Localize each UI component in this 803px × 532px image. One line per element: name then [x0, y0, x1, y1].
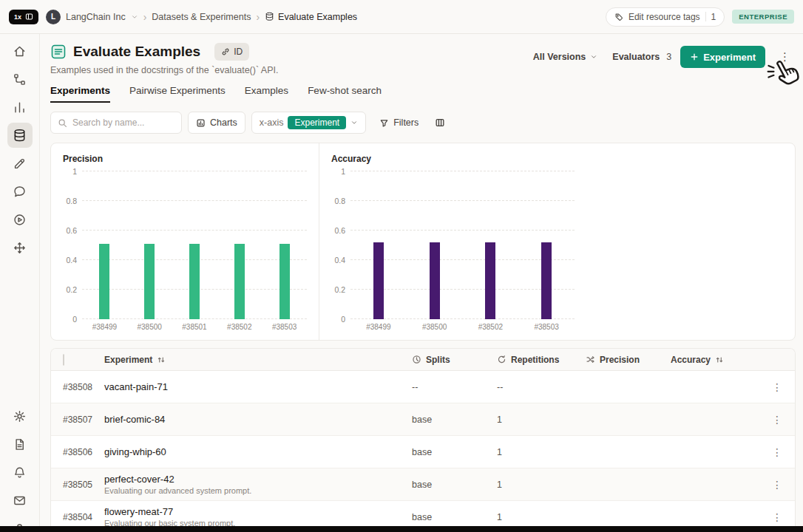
- chart-bar[interactable]: [189, 244, 200, 319]
- select-all-checkbox[interactable]: [63, 354, 64, 366]
- row-kebab-menu[interactable]: ⋮: [759, 479, 795, 491]
- x-tick-label: #38500: [127, 323, 172, 331]
- tab-few-shot-search[interactable]: Few-shot search: [308, 85, 382, 103]
- sidebar-item-chat[interactable]: [7, 179, 33, 204]
- chart-bar[interactable]: [144, 244, 155, 319]
- chart-bar[interactable]: [541, 242, 552, 319]
- table-row[interactable]: #38505perfect-cover-42Evaluating our adv…: [51, 468, 795, 501]
- annotation-icon: [13, 157, 27, 171]
- column-header-precision[interactable]: Precision: [586, 355, 671, 365]
- breadcrumb-datasets[interactable]: Datasets & Experiments: [152, 12, 251, 22]
- repetitions-cell: 1: [497, 415, 586, 425]
- header-kebab-menu[interactable]: ⋮: [774, 49, 796, 65]
- id-chip[interactable]: ID: [214, 43, 249, 61]
- experiment-id: #38504: [51, 512, 104, 522]
- sidebar-item-annotation[interactable]: [7, 151, 33, 176]
- charts-button[interactable]: Charts: [188, 112, 245, 134]
- x-tick-label: #38501: [172, 323, 217, 331]
- repetitions-icon: [497, 355, 506, 364]
- y-axis: 00.20.40.60.81: [331, 171, 350, 319]
- screen: 1x L LangChain Inc › Datasets & Experime…: [0, 0, 803, 532]
- splits-cell: base: [412, 512, 497, 522]
- table-row[interactable]: #38508vacant-pain-71----⋮: [51, 371, 795, 403]
- repetitions-cell: --: [497, 382, 586, 392]
- sort-icon: [715, 355, 724, 364]
- filters-button[interactable]: Filters: [372, 112, 426, 134]
- chart-bar[interactable]: [279, 244, 290, 319]
- x-tick-label: #38499: [82, 323, 127, 331]
- sidebar-bottom: [7, 403, 33, 532]
- chart-title: Precision: [63, 154, 307, 164]
- x-tick-label: #38503: [262, 323, 307, 331]
- sidebar-item-playground[interactable]: [7, 207, 33, 232]
- table-row[interactable]: #38507brief-comic-84base1⋮: [51, 403, 795, 436]
- x-tick-label: #38503: [518, 323, 575, 331]
- columns-button[interactable]: [432, 117, 448, 128]
- breadcrumb-current: Evaluate Examples: [265, 12, 357, 22]
- recorder-pill: 1x: [9, 10, 38, 24]
- toolbar: Charts x-axis Experiment Filters: [50, 112, 796, 134]
- row-kebab-menu[interactable]: ⋮: [759, 381, 795, 393]
- x-axis: #38499#38500#38502#38503: [350, 323, 575, 331]
- plus-icon: [690, 52, 699, 61]
- sidebar-item-tracing[interactable]: [7, 66, 33, 92]
- column-header-repetitions[interactable]: Repetitions: [497, 355, 586, 365]
- sidebar-item-docs[interactable]: [7, 432, 33, 457]
- edit-resource-tags-button[interactable]: Edit resource tags 1: [606, 7, 725, 27]
- sidebar-item-notifications[interactable]: [7, 460, 33, 485]
- evaluators-button[interactable]: Evaluators 3: [612, 52, 671, 62]
- new-experiment-button[interactable]: Experiment: [680, 46, 765, 68]
- topbar: 1x L LangChain Inc › Datasets & Experime…: [0, 0, 803, 34]
- bottom-bar: [0, 526, 803, 532]
- chart-bar[interactable]: [485, 242, 495, 319]
- experiment-name[interactable]: giving-whip-60: [104, 446, 412, 457]
- row-kebab-menu[interactable]: ⋮: [759, 414, 795, 426]
- table-row[interactable]: #38506giving-whip-60base1⋮: [51, 436, 795, 468]
- chevron-down-icon: [590, 53, 597, 61]
- divider: [705, 12, 706, 21]
- columns-icon: [435, 117, 445, 128]
- column-header-accuracy[interactable]: Accuracy: [671, 355, 759, 365]
- org-name[interactable]: LangChain Inc: [66, 12, 126, 22]
- x-tick-label: #38500: [407, 323, 463, 331]
- versions-dropdown[interactable]: All Versions: [527, 47, 604, 67]
- splits-cell: base: [412, 447, 497, 457]
- column-header-splits[interactable]: Splits: [412, 355, 497, 365]
- sidebar-item-dashboards[interactable]: [7, 95, 33, 120]
- sidebar-item-mail[interactable]: [7, 488, 33, 513]
- chart-bar[interactable]: [430, 242, 440, 319]
- page-subtitle: Examples used in the docstrings of the `…: [50, 65, 279, 75]
- chevron-down-icon[interactable]: [131, 13, 138, 21]
- splits-icon: [412, 355, 421, 364]
- settings-icon: [13, 409, 27, 423]
- xaxis-dropdown[interactable]: x-axis Experiment: [251, 112, 366, 134]
- chart-bar[interactable]: [373, 242, 384, 319]
- row-kebab-menu[interactable]: ⋮: [759, 446, 795, 458]
- chart-title: Accuracy: [331, 154, 575, 164]
- tab-pairwise-experiments[interactable]: Pairwise Experiments: [129, 85, 226, 103]
- experiment-id: #38505: [51, 480, 104, 490]
- sidebar-item-datasets[interactable]: [7, 123, 33, 148]
- sidebar-item-home[interactable]: [7, 38, 33, 64]
- enterprise-badge: ENTERPRISE: [732, 10, 794, 24]
- org-avatar[interactable]: L: [46, 10, 61, 24]
- experiment-name[interactable]: vacant-pain-71: [104, 381, 412, 392]
- tab-examples[interactable]: Examples: [245, 85, 288, 103]
- experiment-name[interactable]: perfect-cover-42: [104, 474, 412, 485]
- chart-bar[interactable]: [99, 244, 109, 319]
- splits-cell: --: [412, 382, 497, 392]
- search-input[interactable]: [72, 117, 175, 128]
- column-header-experiment[interactable]: Experiment: [104, 355, 412, 365]
- breadcrumb-separator: ›: [143, 11, 147, 23]
- table-header: ExperimentSplitsRepetitionsPrecisionAccu…: [51, 349, 795, 371]
- sidebar-item-settings[interactable]: [7, 403, 33, 429]
- sidebar-item-hub[interactable]: [7, 235, 33, 260]
- chart-bar[interactable]: [234, 244, 245, 319]
- evaluators-count: 3: [666, 52, 671, 62]
- tab-experiments[interactable]: Experiments: [50, 85, 110, 103]
- experiment-name[interactable]: flowery-meat-77: [104, 506, 412, 517]
- x-tick-label: #38499: [350, 323, 407, 331]
- row-kebab-menu[interactable]: ⋮: [759, 511, 795, 523]
- search-icon: [58, 118, 67, 128]
- experiment-name[interactable]: brief-comic-84: [104, 414, 412, 425]
